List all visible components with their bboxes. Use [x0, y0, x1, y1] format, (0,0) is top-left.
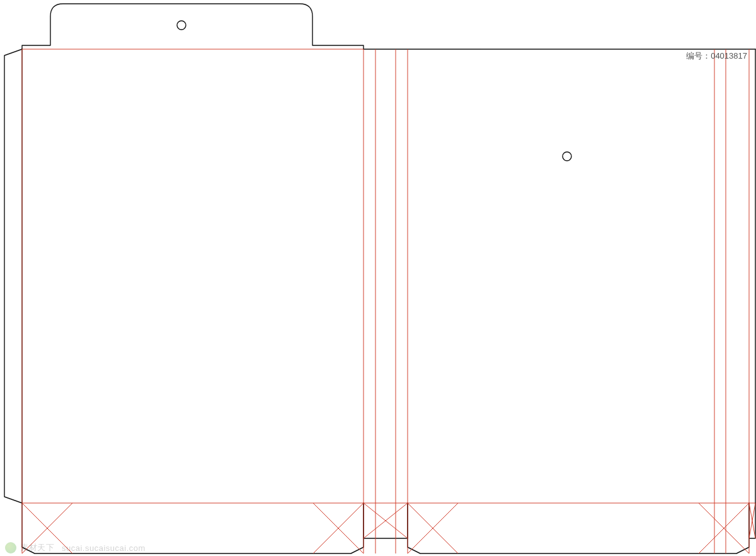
svg-point-4	[563, 152, 571, 161]
image-id-label: 编号：04013817	[686, 50, 747, 62]
watermark-brand: 素材天下 sucai.sucaisucai.com	[5, 542, 146, 553]
watermark-site-text: sucai.sucaisucai.com	[62, 543, 146, 553]
watermark-brand-text: 素材天下	[20, 542, 54, 553]
id-value: 04013817	[711, 51, 747, 61]
svg-point-0	[177, 21, 186, 30]
id-prefix: 编号：	[686, 51, 711, 61]
watermark-logo-icon	[5, 542, 16, 553]
dieline-diagram	[0, 0, 756, 556]
